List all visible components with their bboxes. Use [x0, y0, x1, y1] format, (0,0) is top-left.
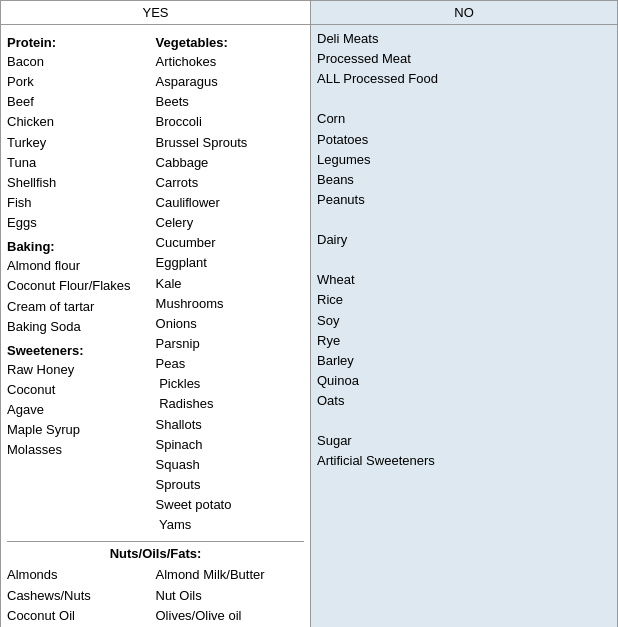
list-item: Rye [317, 331, 611, 351]
list-item: Chicken [7, 112, 152, 132]
list-item: Onions [156, 314, 304, 334]
list-item: Shallots [156, 415, 304, 435]
list-item: Cucumber [156, 233, 304, 253]
list-item: Baking Soda [7, 317, 152, 337]
list-item: Fish [7, 193, 152, 213]
list-item: Cream of tartar [7, 297, 152, 317]
list-item: Asparagus [156, 72, 304, 92]
list-item: Eggplant [156, 253, 304, 273]
vegetables-header: Vegetables: [156, 35, 304, 50]
list-item: Artichokes [156, 52, 304, 72]
list-item: Raw Honey [7, 360, 152, 380]
no-group5: Sugar Artificial Sweeteners [317, 431, 611, 471]
list-item: Yams [156, 515, 304, 535]
no-group3: Dairy [317, 230, 611, 250]
list-item: Tuna [7, 153, 152, 173]
yes-header: YES [1, 1, 311, 24]
list-item: Quinoa [317, 371, 611, 391]
no-group2: Corn Potatoes Legumes Beans Peanuts [317, 109, 611, 210]
list-item: Almond Milk/Butter [156, 565, 305, 585]
list-item: Dairy [317, 230, 611, 250]
list-item: Coconut Flour/Flakes [7, 276, 152, 296]
baking-header: Baking: [7, 239, 152, 254]
list-item: Radishes [156, 394, 304, 414]
list-item: Coconut [7, 380, 152, 400]
main-content: Protein: Bacon Pork Beef Chicken Turkey … [1, 25, 617, 627]
list-item: Bacon [7, 52, 152, 72]
list-item: Barley [317, 351, 611, 371]
no-group1: Deli Meats Processed Meat ALL Processed … [317, 29, 611, 89]
list-item: Oats [317, 391, 611, 411]
sweeteners-items: Raw Honey Coconut Agave Maple Syrup Mola… [7, 360, 152, 461]
list-item: ALL Processed Food [317, 69, 611, 89]
list-item: Sweet potato [156, 495, 304, 515]
nuts-right: Almond Milk/Butter Nut Oils Olives/Olive… [156, 565, 305, 627]
list-item: Beef [7, 92, 152, 112]
no-column: Deli Meats Processed Meat ALL Processed … [311, 25, 617, 627]
yes-left: Protein: Bacon Pork Beef Chicken Turkey … [7, 29, 156, 535]
main-container: YES NO Protein: Bacon Pork Beef Chicken … [0, 0, 618, 627]
list-item: Agave [7, 400, 152, 420]
vegetables-items: Artichokes Asparagus Beets Broccoli Brus… [156, 52, 304, 535]
list-item: Sugar [317, 431, 611, 451]
baking-items: Almond flour Coconut Flour/Flakes Cream … [7, 256, 152, 337]
nuts-inner: Almonds Cashews/Nuts Coconut Oil Palm Ke… [7, 565, 304, 627]
nuts-header: Nuts/Oils/Fats: [7, 546, 304, 561]
list-item: Beans [317, 170, 611, 190]
list-item: Cauliflower [156, 193, 304, 213]
list-item: Pickles [156, 374, 304, 394]
list-item: Olives/Olive oil [156, 606, 305, 626]
list-item: Deli Meats [317, 29, 611, 49]
list-item: Carrots [156, 173, 304, 193]
protein-header: Protein: [7, 35, 152, 50]
list-item: Celery [156, 213, 304, 233]
list-item: Spinach [156, 435, 304, 455]
list-item: Turkey [7, 133, 152, 153]
nuts-section: Nuts/Oils/Fats: Almonds Cashews/Nuts Coc… [7, 541, 304, 627]
list-item: Processed Meat [317, 49, 611, 69]
list-item: Nut Oils [156, 586, 305, 606]
list-item: Kale [156, 274, 304, 294]
list-item: Mushrooms [156, 294, 304, 314]
yes-right: Vegetables: Artichokes Asparagus Beets B… [156, 29, 304, 535]
list-item: Coconut Oil [7, 606, 156, 626]
protein-items: Bacon Pork Beef Chicken Turkey Tuna Shel… [7, 52, 152, 233]
list-item: Brussel Sprouts [156, 133, 304, 153]
list-item: Eggs [7, 213, 152, 233]
list-item: Artificial Sweeteners [317, 451, 611, 471]
list-item: Legumes [317, 150, 611, 170]
list-item: Squash [156, 455, 304, 475]
nuts-left: Almonds Cashews/Nuts Coconut Oil Palm Ke… [7, 565, 156, 627]
list-item: Almonds [7, 565, 156, 585]
list-item: Rice [317, 290, 611, 310]
list-item: Maple Syrup [7, 420, 152, 440]
header-row: YES NO [1, 1, 617, 25]
yes-column: Protein: Bacon Pork Beef Chicken Turkey … [1, 25, 311, 627]
yes-inner: Protein: Bacon Pork Beef Chicken Turkey … [7, 29, 304, 535]
list-item: Cashews/Nuts [7, 586, 156, 606]
list-item: Pork [7, 72, 152, 92]
list-item: Peanuts [317, 190, 611, 210]
list-item: Broccoli [156, 112, 304, 132]
no-header: NO [311, 1, 617, 24]
list-item: Parsnip [156, 334, 304, 354]
list-item: Corn [317, 109, 611, 129]
list-item: Peas [156, 354, 304, 374]
list-item: Soy [317, 311, 611, 331]
list-item: Beets [156, 92, 304, 112]
sweeteners-header: Sweeteners: [7, 343, 152, 358]
list-item: Cabbage [156, 153, 304, 173]
list-item: Molasses [7, 440, 152, 460]
no-group4: Wheat Rice Soy Rye Barley Quinoa Oats [317, 270, 611, 411]
list-item: Potatoes [317, 130, 611, 150]
list-item: Sprouts [156, 475, 304, 495]
list-item: Wheat [317, 270, 611, 290]
list-item: Shellfish [7, 173, 152, 193]
list-item: Almond flour [7, 256, 152, 276]
